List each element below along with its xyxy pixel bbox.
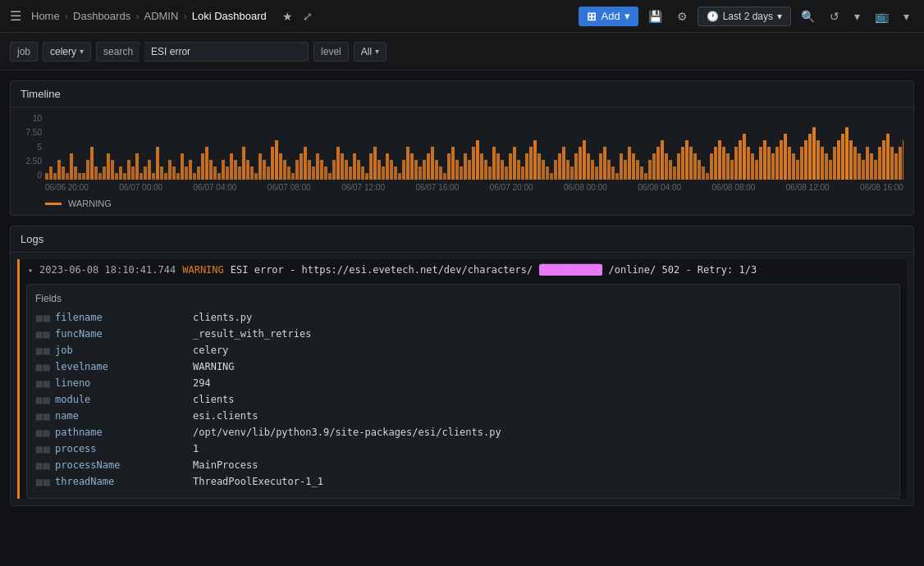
field-bar-icon: ▩▩: [35, 395, 48, 404]
chart-bar: [172, 167, 176, 180]
y-label-750: 7.50: [26, 128, 42, 137]
field-row: ▩▩levelnameWARNING: [35, 358, 891, 375]
chart-bar: [394, 167, 397, 180]
chart-bar: [845, 127, 849, 180]
settings-icon[interactable]: ⚙: [672, 7, 693, 26]
chart-bar: [472, 147, 475, 180]
field-bar-icon: ▩▩: [35, 346, 48, 355]
chart-bar: [283, 160, 286, 180]
chart-bar: [870, 153, 873, 180]
breadcrumb-home[interactable]: Home: [31, 10, 60, 22]
chart-bar: [665, 153, 668, 180]
chart-bar: [213, 167, 217, 180]
chart-bar: [455, 160, 459, 180]
job-chevron-icon: ▾: [80, 47, 84, 56]
chart-bar: [509, 153, 512, 180]
field-bar-icon: ▩▩: [35, 363, 48, 372]
chart-bar: [874, 160, 877, 180]
x-label-3: 06/07 08:00: [268, 183, 311, 192]
chart-bar: [423, 160, 426, 180]
field-value: clients: [193, 394, 235, 405]
chart-bar: [542, 160, 545, 180]
job-value-label: celery: [50, 46, 76, 57]
chart-bar: [230, 153, 233, 180]
chart-bar: [513, 147, 516, 180]
fields-rows: ▩▩filenameclients.py▩▩funcName_result_wi…: [35, 309, 891, 490]
refresh-icon[interactable]: ↺: [825, 7, 844, 26]
chart-bar: [488, 167, 492, 180]
fields-title: Fields: [35, 293, 891, 304]
chart-bar: [784, 134, 787, 180]
chart-bar: [197, 167, 200, 180]
chevron-down-icon[interactable]: ▾: [849, 7, 865, 26]
sep3: ›: [183, 10, 186, 22]
add-chevron-icon: ▾: [624, 10, 630, 22]
more-icon[interactable]: ▾: [899, 7, 914, 26]
level-filter-label: level: [313, 42, 349, 62]
chart-bar: [451, 147, 455, 180]
search-input[interactable]: [144, 42, 309, 62]
chart-bar: [271, 147, 274, 180]
breadcrumb-admin[interactable]: ADMIN: [144, 10, 178, 22]
chart-bar: [82, 173, 85, 180]
zoom-out-icon[interactable]: 🔍: [796, 7, 820, 26]
log-url-redacted: ██████████: [539, 264, 602, 276]
timeline-panel: Timeline 10 7.50 5 2.50 0 06/06 20:00 06…: [10, 80, 914, 216]
chart-bar: [279, 153, 282, 180]
add-button[interactable]: ⊞ Add ▾: [579, 7, 638, 26]
field-row: ▩▩lineno294: [35, 375, 891, 391]
field-name: lineno: [55, 377, 186, 389]
breadcrumb-dashboards[interactable]: Dashboards: [73, 10, 130, 22]
star-icon[interactable]: ★: [280, 7, 295, 25]
chart-bar: [714, 147, 717, 180]
field-bar-icon: ▩▩: [35, 461, 48, 470]
chart-bar: [140, 173, 143, 180]
chart-bar: [546, 167, 549, 180]
chart-bar: [644, 173, 647, 180]
job-filter-label[interactable]: job: [10, 42, 38, 62]
expand-icon[interactable]: ▾: [28, 266, 33, 275]
job-filter-select[interactable]: celery ▾: [43, 42, 91, 62]
time-range-button[interactable]: 🕐 Last 2 days ▾: [698, 7, 791, 26]
chart-bar: [611, 167, 615, 180]
chart-bar: [49, 167, 53, 180]
field-bar-icon: ▩▩: [35, 313, 48, 322]
y-label-0: 0: [37, 171, 42, 180]
log-entry-header[interactable]: ▾ 2023-06-08 18:10:41.744 WARNING ESI er…: [20, 259, 907, 281]
chart-bar: [550, 173, 553, 180]
chart-bar: [812, 127, 816, 180]
chart-bar: [377, 160, 381, 180]
chart-bar: [767, 147, 771, 180]
chart-bar: [574, 153, 578, 180]
level-value-label: All: [361, 46, 372, 57]
top-nav: ☰ Home › Dashboards › ADMIN › Loki Dashb…: [0, 0, 924, 33]
field-name: threadName: [55, 476, 186, 487]
timeline-chart: 10 7.50 5 2.50 0 06/06 20:00 06/07 00:00…: [11, 107, 913, 195]
chart-bar: [45, 173, 48, 180]
chart-bar: [287, 167, 290, 180]
fields-panel: Fields ▩▩filenameclients.py▩▩funcName_re…: [26, 284, 900, 499]
field-value: 294: [193, 377, 211, 389]
chart-bar: [841, 134, 844, 180]
tv-icon[interactable]: 📺: [870, 7, 894, 26]
chart-bar: [209, 160, 213, 180]
chart-bar: [320, 160, 323, 180]
chart-bar: [353, 153, 356, 180]
hamburger-icon[interactable]: ☰: [10, 8, 21, 24]
chart-bar: [562, 147, 565, 180]
save-icon[interactable]: 💾: [643, 7, 667, 26]
level-filter-select[interactable]: All ▾: [354, 42, 387, 62]
chart-bar: [304, 147, 307, 180]
add-label: Add: [601, 10, 620, 22]
chart-bar: [775, 147, 779, 180]
chart-bar: [628, 147, 631, 180]
field-name: module: [55, 394, 186, 405]
chart-bar: [193, 173, 196, 180]
chart-bar: [70, 153, 73, 180]
chart-bar: [652, 153, 656, 180]
share-icon[interactable]: ⤢: [300, 7, 315, 25]
chart-bar: [419, 167, 422, 180]
chart-bar: [636, 160, 639, 180]
chart-bar: [98, 173, 102, 180]
chart-bar: [480, 153, 483, 180]
